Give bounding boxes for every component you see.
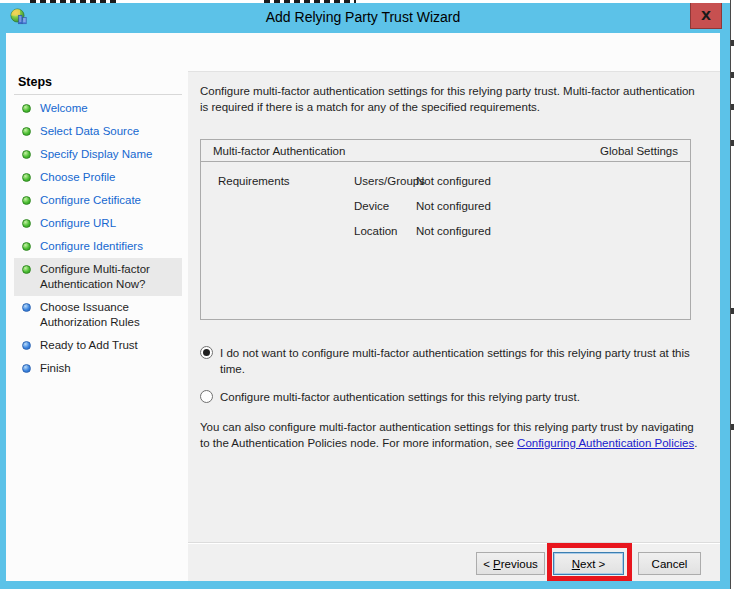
mfa-requirement-row: Device Not configured: [218, 200, 690, 225]
step-done-bullet-icon: [22, 242, 31, 251]
step-done-bullet-icon: [22, 196, 31, 205]
mfa-groupbox-header: Multi-factor Authentication Global Setti…: [201, 140, 690, 162]
close-button[interactable]: X: [690, 3, 722, 29]
step-done-bullet-icon: [22, 219, 31, 228]
add-relying-party-trust-wizard-dialog: Add Relying Party Trust Wizard X Steps W…: [0, 3, 730, 589]
requirement-value: Not configured: [416, 175, 690, 200]
close-icon: X: [701, 8, 711, 23]
step-done-bullet-icon: [22, 150, 31, 159]
mfa-requirement-row: Requirements Users/Groups Not configured: [218, 175, 690, 200]
step-choose-issuance-authorization-rules: Choose Issuance Authorization Rules: [14, 296, 182, 334]
window-title: Add Relying Party Trust Wizard: [6, 9, 720, 25]
requirement-name: Users/Groups: [354, 175, 416, 200]
step-configure-identifiers[interactable]: Configure Identifiers: [14, 235, 182, 258]
screen: Add Relying Party Trust Wizard X Steps W…: [0, 0, 734, 589]
step-todo-bullet-icon: [22, 303, 31, 312]
requirement-value: Not configured: [416, 200, 690, 225]
mfa-requirement-row: Location Not configured: [218, 225, 690, 250]
step-finish: Finish: [14, 357, 182, 380]
configuring-authentication-policies-link[interactable]: Configuring Authentication Policies: [517, 437, 694, 449]
step-welcome[interactable]: Welcome: [14, 97, 182, 120]
steps-header: Steps: [14, 75, 188, 89]
next-button[interactable]: Next >: [553, 552, 624, 575]
step-configure-mfa-now[interactable]: Configure Multi-factor Authentication No…: [14, 258, 182, 296]
steps-sidebar: Steps Welcome Select Data Source Specify…: [6, 33, 188, 581]
step-done-bullet-icon: [22, 104, 31, 113]
previous-button[interactable]: < Previous: [476, 552, 545, 575]
button-bar-divider: [188, 542, 720, 544]
step-configure-url[interactable]: Configure URL: [14, 212, 182, 235]
step-select-data-source[interactable]: Select Data Source: [14, 120, 182, 143]
requirement-name: Location: [354, 225, 416, 250]
radio-configure-mfa[interactable]: Configure multi-factor authentication se…: [200, 389, 712, 405]
step-done-bullet-icon: [22, 127, 31, 136]
titlebar[interactable]: Add Relying Party Trust Wizard X: [6, 3, 720, 33]
background-window-edge: [730, 0, 734, 589]
step-current-bullet-icon: [22, 265, 31, 274]
global-settings-label: Global Settings: [600, 140, 678, 161]
radio-unselected-icon[interactable]: [200, 390, 213, 403]
mfa-box-title: Multi-factor Authentication: [213, 140, 345, 161]
mfa-groupbox-body: Requirements Users/Groups Not configured…: [201, 162, 690, 250]
requirement-value: Not configured: [416, 225, 690, 250]
step-choose-profile[interactable]: Choose Profile: [14, 166, 182, 189]
dialog-body: Steps Welcome Select Data Source Specify…: [6, 33, 720, 581]
step-ready-to-add-trust: Ready to Add Trust: [14, 334, 182, 357]
step-todo-bullet-icon: [22, 364, 31, 373]
wizard-page-content: Configure multi-factor authentication se…: [188, 71, 720, 581]
mfa-choice-radio-group: I do not want to configure multi-factor …: [200, 345, 700, 405]
cancel-button[interactable]: Cancel: [638, 552, 701, 575]
steps-divider: [14, 94, 182, 95]
page-description: Configure multi-factor authentication se…: [200, 84, 702, 115]
step-done-bullet-icon: [22, 173, 31, 182]
step-specify-display-name[interactable]: Specify Display Name: [14, 143, 182, 166]
step-configure-certificate[interactable]: Configure Cetificate: [14, 189, 182, 212]
steps-list: Welcome Select Data Source Specify Displ…: [14, 97, 188, 380]
radio-do-not-configure-mfa[interactable]: I do not want to configure multi-factor …: [200, 345, 712, 377]
requirement-name: Device: [354, 200, 416, 225]
step-todo-bullet-icon: [22, 341, 31, 350]
mfa-groupbox: Multi-factor Authentication Global Setti…: [200, 139, 691, 320]
footer-note: You can also configure multi-factor auth…: [200, 420, 706, 451]
radio-selected-icon[interactable]: [200, 346, 213, 359]
requirements-label: Requirements: [218, 175, 354, 200]
